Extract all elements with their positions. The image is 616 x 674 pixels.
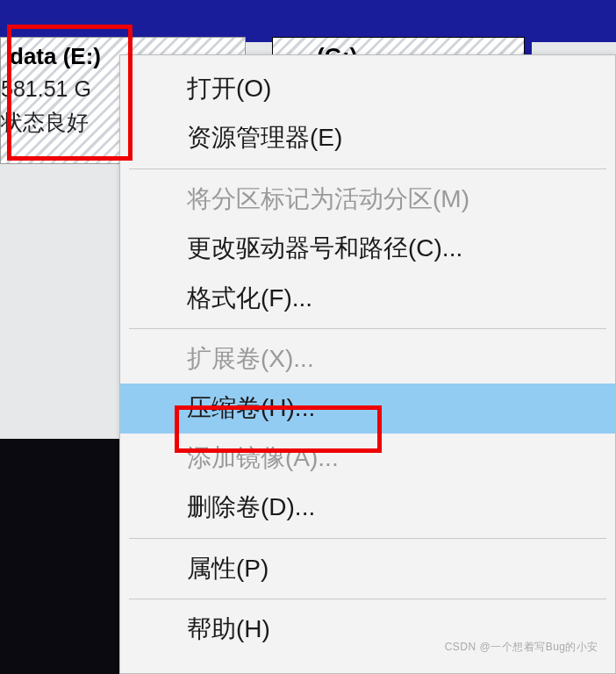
menu-item-properties[interactable]: 属性(P)	[120, 544, 615, 593]
menu-item-delete[interactable]: 删除卷(D)...	[120, 483, 615, 532]
lower-dark-pane	[0, 439, 123, 674]
menu-separator	[129, 599, 606, 599]
context-menu: 打开(O) 资源管理器(E) 将分区标记为活动分区(M) 更改驱动器号和路径(C…	[119, 54, 616, 674]
menu-item-open[interactable]: 打开(O)	[120, 64, 615, 113]
menu-item-change-drive[interactable]: 更改驱动器号和路径(C)...	[120, 224, 615, 273]
watermark: CSDN @一个想着写Bug的小安	[445, 640, 598, 655]
partition-e-label: data (E:)	[10, 43, 101, 70]
menu-item-explorer[interactable]: 资源管理器(E)	[120, 113, 615, 162]
disk-header-band	[0, 0, 616, 42]
menu-separator	[129, 168, 606, 169]
partition-e-size: 581.51 G	[1, 76, 91, 102]
menu-separator	[129, 538, 606, 539]
menu-item-shrink[interactable]: 压缩卷(H)...	[120, 384, 615, 433]
partition-e-status: 状态良好	[1, 108, 89, 137]
menu-item-mark-active: 将分区标记为活动分区(M)	[120, 175, 615, 224]
menu-separator	[129, 328, 606, 329]
menu-item-format[interactable]: 格式化(F)...	[120, 274, 615, 323]
menu-item-add-mirror: 添加镜像(A)...	[120, 434, 615, 483]
menu-item-extend: 扩展卷(X)...	[120, 334, 615, 384]
